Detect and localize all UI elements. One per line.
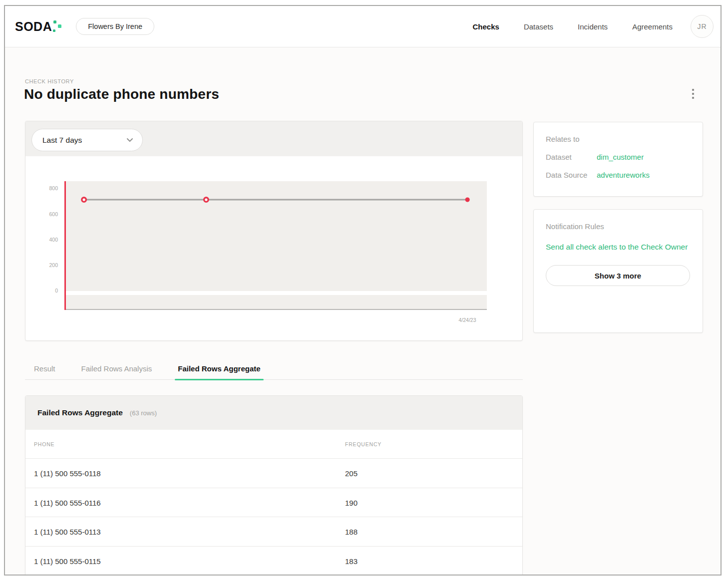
chart-plot-area[interactable]	[65, 181, 487, 311]
date-range-dropdown[interactable]: Last 7 days	[31, 129, 143, 151]
failed-rows-aggregate-panel: Failed Rows Aggregate (63 rows) PHONE FR…	[25, 395, 523, 576]
notification-rule-link[interactable]: Send all check alerts to the Check Owner	[546, 242, 691, 252]
tab-result[interactable]: Result	[31, 364, 58, 379]
page-title: No duplicate phone numbers	[24, 86, 219, 102]
check-history-chart-panel: Last 7 days 800 600 400 200 0 4/24/23	[25, 121, 523, 341]
phone-cell: 1 (11) 500 555-0118	[34, 469, 101, 478]
table-row: 1 (11) 500 555-0113 188	[25, 517, 522, 547]
main-content: CHECK HISTORY No duplicate phone numbers…	[5, 47, 721, 575]
y-axis-tick: 200	[25, 262, 58, 268]
soda-logo-text: SODA	[15, 19, 52, 34]
frequency-cell: 183	[345, 557, 358, 566]
table-header: Failed Rows Aggregate (63 rows)	[25, 396, 522, 430]
phone-cell: 1 (11) 500 555-0116	[34, 499, 101, 507]
y-axis-tick: 400	[25, 237, 58, 243]
frequency-cell: 190	[345, 499, 358, 507]
tab-failed-rows-aggregate[interactable]: Failed Rows Aggregate	[175, 364, 263, 379]
dataset-label: Dataset	[546, 153, 597, 161]
dataset-link[interactable]: dim_customer	[597, 153, 644, 161]
check-history-eyebrow: CHECK HISTORY	[25, 78, 74, 84]
result-tabs: Result Failed Rows Analysis Failed Rows …	[25, 362, 523, 380]
table-row: 1 (11) 500 555-0118 205	[25, 459, 522, 488]
nav-item-datasets[interactable]: Datasets	[524, 22, 553, 31]
app-window: SODA Flowers By Irene Checks Datasets In…	[4, 5, 722, 576]
table-row: 1 (11) 500 555-0116 190	[25, 488, 522, 518]
soda-logo-dots-icon	[53, 19, 63, 33]
nav-item-checks[interactable]: Checks	[473, 22, 499, 31]
x-axis-tick: 4/24/23	[447, 317, 487, 323]
nav-item-incidents[interactable]: Incidents	[578, 22, 608, 31]
relates-to-title: Relates to	[546, 135, 691, 143]
notification-rules-title: Notification Rules	[546, 222, 691, 231]
primary-nav: Checks Datasets Incidents Agreements	[473, 22, 673, 31]
workspace-name: Flowers By Irene	[88, 22, 142, 30]
relates-to-panel: Relates to Dataset dim_customer Data Sou…	[533, 122, 703, 197]
data-source-link[interactable]: adventureworks	[597, 171, 650, 179]
y-axis-tick: 800	[25, 185, 58, 191]
workspace-selector[interactable]: Flowers By Irene	[76, 18, 154, 35]
table-title: Failed Rows Aggregate	[37, 408, 123, 417]
date-range-value: Last 7 days	[42, 136, 82, 145]
nav-item-agreements[interactable]: Agreements	[632, 22, 673, 31]
dataset-row: Dataset dim_customer	[546, 153, 691, 161]
chart-toolbar: Last 7 days	[25, 121, 522, 156]
soda-logo: SODA	[15, 19, 63, 34]
frequency-cell: 205	[345, 469, 358, 478]
table-row-count: (63 rows)	[130, 409, 157, 417]
phone-cell: 1 (11) 500 555-0115	[34, 557, 101, 566]
top-navbar: SODA Flowers By Irene Checks Datasets In…	[5, 6, 721, 47]
phone-cell: 1 (11) 500 555-0113	[34, 528, 101, 536]
show-more-button[interactable]: Show 3 more	[546, 265, 690, 286]
data-source-row: Data Source adventureworks	[546, 171, 691, 179]
tab-failed-rows-analysis[interactable]: Failed Rows Analysis	[78, 364, 155, 379]
chevron-down-icon	[126, 138, 133, 142]
frequency-cell: 188	[345, 528, 358, 536]
table-column-headers: PHONE FREQUENCY	[25, 430, 522, 459]
column-header-phone: PHONE	[34, 441, 54, 447]
y-axis-tick: 600	[25, 211, 58, 217]
table-body: 1 (11) 500 555-0118 205 1 (11) 500 555-0…	[25, 459, 522, 576]
data-source-label: Data Source	[546, 171, 597, 179]
table-row: 1 (11) 500 555-0115 183	[25, 547, 522, 576]
kebab-menu-icon[interactable]	[688, 88, 698, 101]
notification-rules-panel: Notification Rules Send all check alerts…	[533, 209, 703, 333]
column-header-frequency: FREQUENCY	[345, 441, 381, 447]
avatar[interactable]: JR	[691, 15, 714, 38]
y-axis-tick: 0	[25, 288, 58, 293]
check-result-series	[65, 181, 487, 311]
